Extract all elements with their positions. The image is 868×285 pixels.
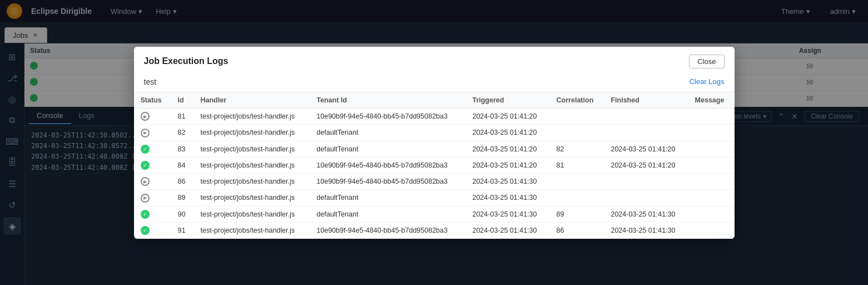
log-row: ▶ 86 test-project/jobs/test-handler.js 1… [134,173,735,190]
status-success-icon: ✓ [141,210,150,219]
status-success-icon: ✓ [141,145,150,154]
log-row: ▶ 89 test-project/jobs/test-handler.js d… [134,190,735,207]
modal-subheader: test Clear Logs [134,74,735,92]
modal-header: Job Execution Logs Close [134,47,735,74]
logs-col-message: Message [688,92,735,109]
log-row: ▶ 81 test-project/jobs/test-handler.js 1… [134,108,735,125]
logs-table-wrap: StatusIdHandlerTenant IdTriggeredCorrela… [134,92,735,239]
log-row: ✓ 84 test-project/jobs/test-handler.js 1… [134,157,735,173]
status-running-icon: ▶ [141,194,150,203]
status-success-icon: ✓ [141,226,150,235]
logs-col-handler: Handler [194,92,310,109]
modal-close-button[interactable]: Close [689,55,724,68]
logs-col-id: Id [171,92,194,109]
status-running-icon: ▶ [141,112,150,121]
logs-col-status: Status [134,92,171,109]
clear-logs-button[interactable]: Clear Logs [690,77,725,86]
modal-title: Job Execution Logs [144,56,690,66]
job-name-label: test [144,77,690,86]
status-running-icon: ▶ [141,129,150,137]
log-row: ✓ 90 test-project/jobs/test-handler.js d… [134,206,735,222]
log-row: ✓ 91 test-project/jobs/test-handler.js 1… [134,222,735,238]
status-running-icon: ▶ [141,177,150,186]
status-success-icon: ✓ [141,161,150,170]
log-row: ▶ 82 test-project/jobs/test-handler.js d… [134,125,735,141]
logs-col-finished: Finished [604,92,688,109]
job-execution-logs-modal: Job Execution Logs Close test Clear Logs… [134,47,735,239]
logs-col-tenant-id: Tenant Id [310,92,465,109]
logs-table: StatusIdHandlerTenant IdTriggeredCorrela… [134,92,735,239]
modal-overlay: Job Execution Logs Close test Clear Logs… [0,0,868,285]
logs-col-correlation: Correlation [550,92,604,109]
logs-col-triggered: Triggered [465,92,549,109]
log-row: ✓ 83 test-project/jobs/test-handler.js d… [134,141,735,157]
